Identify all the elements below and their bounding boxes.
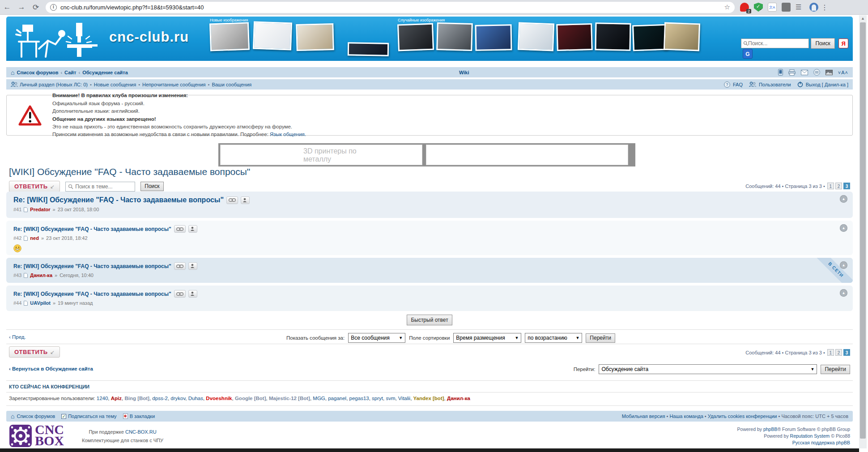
reply-button-bottom[interactable]: ОТВЕТИТЬ ↙ [9, 346, 60, 358]
profile-icon[interactable]: , [241, 196, 250, 204]
browser-menu-icon[interactable]: ⋮ [821, 3, 828, 12]
delete-cookies-link[interactable]: Удалить cookies конференции [708, 414, 777, 419]
our-team-link[interactable]: Наша команда [669, 414, 703, 419]
post-top-icon[interactable]: ▲ [840, 261, 847, 269]
scrollbar-up-icon[interactable]: ▲ [859, 15, 867, 21]
playlist-extension-icon[interactable]: ☰ [796, 3, 804, 12]
gallery-icon[interactable] [825, 70, 833, 75]
page-button-1[interactable]: 1 [827, 183, 834, 189]
page-button-2[interactable]: 2 [835, 183, 842, 189]
forward-icon[interactable]: → [14, 3, 29, 12]
new-posts-link[interactable]: Новые сообщения [94, 82, 136, 87]
font-size-control[interactable]: ˅A˄ [838, 70, 848, 75]
mobile-version-link[interactable]: Мобильная версия [622, 414, 665, 419]
header-thumbnail[interactable] [348, 42, 389, 56]
header-thumbnail[interactable] [253, 21, 292, 51]
breadcrumb-discussion[interactable]: Обсуждение сайта [82, 70, 128, 75]
yandex-search-icon[interactable]: Я [838, 38, 848, 48]
subscribe-checkbox[interactable]: ✓ [61, 414, 66, 419]
print-icon[interactable] [788, 69, 796, 76]
page-button-1[interactable]: 1 [827, 349, 834, 356]
topic-search-button[interactable]: Поиск [140, 182, 163, 191]
post-page-icon[interactable] [24, 207, 28, 212]
adblock-extension-icon[interactable]: 2 [740, 3, 749, 12]
phpbb-link[interactable]: phpBB [763, 426, 778, 432]
sort-field-select[interactable]: Время размещения▼ [453, 333, 521, 343]
page-scrollbar[interactable]: ▲ [859, 15, 867, 448]
cnc-club-logo[interactable] [14, 21, 104, 60]
breadcrumb-site[interactable]: Сайт [64, 70, 76, 75]
permalink-icon[interactable] [174, 262, 186, 270]
forum-jump-select[interactable]: Обсуждение сайта▼ [599, 364, 817, 374]
online-user[interactable]: Duhas [188, 396, 203, 401]
topic-title[interactable]: [WIKI] Обсуждение "FAQ - Часто задаваемы… [9, 166, 250, 177]
permalink-icon[interactable] [226, 196, 238, 204]
online-user[interactable]: dpss-2 [152, 396, 168, 401]
ad-banner-right[interactable] [426, 145, 628, 165]
online-user[interactable]: Bing [Bot] [124, 396, 149, 401]
post-top-icon[interactable]: ▲ [840, 224, 847, 232]
post-author[interactable]: ned [30, 235, 39, 241]
url-text[interactable]: cnc-club.ru/forum/viewtopic.php?f=18&t=5… [60, 4, 724, 11]
profile-avatar[interactable] [809, 3, 818, 12]
reputation-icon[interactable] [813, 69, 820, 76]
online-user[interactable]: Google [Bot] [235, 396, 266, 401]
bookmark-star-icon[interactable]: ☆ [724, 3, 730, 11]
scrollbar-thumb[interactable] [860, 22, 866, 439]
online-user[interactable]: spryt [372, 396, 383, 401]
language-rules-link[interactable]: Язык общения. [270, 132, 306, 137]
russian-support-link[interactable]: Русская поддержка phpBB [792, 440, 850, 445]
post-author[interactable]: Данил-ка [30, 273, 52, 278]
permalink-icon[interactable] [174, 290, 186, 298]
logout-link[interactable]: Выход [ Данил-ка ] [806, 82, 848, 87]
faq-link[interactable]: FAQ [733, 82, 743, 87]
cnc-box-link[interactable]: CNC-BOX.RU [125, 429, 157, 435]
forum-list-link[interactable]: Список форумов [17, 414, 55, 419]
users-link[interactable]: Пользователи [759, 82, 791, 87]
online-user[interactable]: svm [386, 396, 395, 401]
post-top-icon[interactable]: ▲ [840, 289, 847, 297]
site-title[interactable]: cnc-club.ru [109, 29, 189, 45]
profile-icon[interactable]: , [188, 225, 197, 233]
jump-go-button[interactable]: Перейти [821, 365, 850, 374]
search-button[interactable]: Поиск [811, 38, 834, 49]
post-author[interactable]: UAVpilot [30, 300, 51, 306]
post-page-icon[interactable] [24, 301, 28, 306]
header-thumbnail[interactable] [209, 22, 250, 51]
post-subject-link[interactable]: Re: [WIKI] Обсуждение "FAQ - Часто задав… [13, 263, 171, 269]
return-to-forum-link[interactable]: ‹ Вернуться в Обсуждение сайта [9, 366, 93, 371]
home-icon[interactable]: ⌂ [11, 69, 14, 76]
home-icon[interactable]: ⌂ [11, 413, 14, 420]
post-page-icon[interactable] [24, 273, 28, 278]
post-author[interactable]: Predator [30, 207, 50, 212]
breadcrumb-forum-list[interactable]: Список форумов [17, 70, 58, 75]
personal-section-link[interactable]: Личный раздел (Новых ЛС: 0) [20, 82, 88, 87]
permalink-icon[interactable] [174, 225, 186, 233]
reply-button[interactable]: ОТВЕТИТЬ ↙ [9, 181, 60, 192]
page-button-2[interactable]: 2 [835, 349, 842, 356]
header-thumbnail[interactable] [475, 24, 512, 51]
online-user[interactable]: pegas13 [349, 396, 369, 401]
address-bar[interactable]: i cnc-club.ru/forum/viewtopic.php?f=18&t… [46, 2, 735, 13]
online-user[interactable]: Dvoeshnik [206, 396, 232, 401]
page-button-3[interactable]: 3 [843, 349, 850, 356]
post-top-icon[interactable]: ▲ [840, 195, 847, 203]
online-user[interactable]: Данил-ка [447, 396, 470, 401]
shield-extension-icon[interactable]: 3 [754, 3, 763, 12]
sort-go-button[interactable]: Перейти [586, 333, 615, 343]
mobile-version-icon[interactable] [778, 69, 783, 76]
subscribe-link[interactable]: Подписаться на тему [68, 414, 116, 419]
wiki-link[interactable]: Wiki [459, 70, 469, 75]
back-icon[interactable]: ← [0, 3, 14, 12]
sort-direction-select[interactable]: по возрастанию▼ [525, 333, 582, 343]
profile-icon[interactable]: , [188, 262, 197, 270]
page-info-icon[interactable]: i [50, 4, 57, 11]
show-posts-select[interactable]: Все сообщения▼ [348, 333, 405, 343]
post-page-icon[interactable] [24, 236, 28, 241]
header-thumbnail[interactable] [632, 24, 668, 51]
translate-extension-icon[interactable] [768, 3, 777, 12]
puzzle-extension-icon[interactable] [782, 3, 791, 12]
online-user[interactable]: Apiz [111, 396, 122, 401]
online-user[interactable]: Majestic-12 [Bot] [269, 396, 310, 401]
online-user[interactable]: MGG [313, 396, 325, 401]
